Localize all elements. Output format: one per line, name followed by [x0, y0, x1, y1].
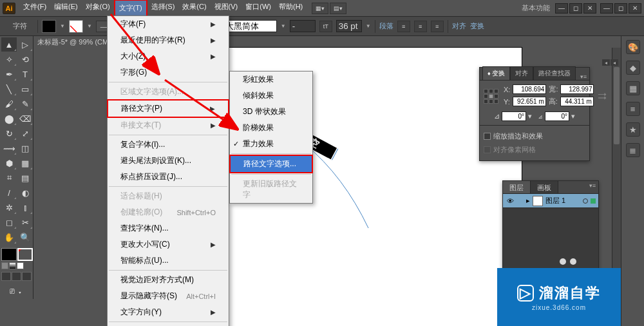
visibility-icon[interactable]: 👁 [506, 197, 515, 205]
tool-type[interactable]: T [17, 67, 33, 81]
workspace-label[interactable]: 基本功能 [522, 3, 555, 13]
tool-mesh[interactable]: ⌗ [1, 171, 17, 185]
menu-item[interactable]: 复合字体(I)... [108, 137, 229, 153]
align-right-icon[interactable]: ≡ [431, 21, 444, 32]
tool-paintbrush[interactable]: 🖌 [1, 97, 17, 111]
layer-name[interactable]: 图层 1 [545, 196, 565, 206]
transform-panel-link[interactable]: 变换 [470, 21, 484, 31]
menu-item[interactable]: 查找字体(N)... [108, 220, 229, 236]
menu-item[interactable]: 字形(G) [108, 64, 229, 81]
symbols-icon[interactable]: ★ [626, 122, 640, 137]
tool-gradient[interactable]: ▤ [17, 171, 33, 185]
submenu-item[interactable]: 3D 带状效果 [230, 104, 312, 120]
menu-view[interactable]: 视图(V) [211, 0, 242, 17]
submenu-item[interactable]: 重力效果 [230, 136, 312, 152]
menu-item[interactable]: 视觉边距对齐方式(M) [108, 272, 229, 288]
draw-normal-icon[interactable] [1, 272, 11, 281]
y-input[interactable] [513, 97, 546, 106]
menu-type[interactable]: 文字(T) [114, 0, 147, 17]
scrollbar-thumb[interactable] [614, 67, 620, 144]
tool-shape-builder[interactable]: ⬢ [1, 156, 17, 170]
tool-selection[interactable]: ▲ [1, 37, 17, 52]
menu-select[interactable]: 选择(S) [147, 0, 179, 17]
tab-layers[interactable]: 图层 [503, 181, 531, 193]
color-panel-icon[interactable]: 🎨 [626, 40, 640, 54]
tool-magic-wand[interactable]: ✧ [1, 52, 17, 66]
stroke-color[interactable] [17, 248, 33, 261]
tool-lasso[interactable]: ⟲ [17, 52, 33, 66]
color-mode-icon[interactable] [1, 262, 8, 269]
layer-row[interactable]: 👁 ▸ 图层 1 [503, 194, 598, 208]
minimize-button[interactable]: — [600, 3, 613, 14]
inner-close-button[interactable]: ✕ [583, 3, 596, 14]
draw-behind-icon[interactable] [12, 272, 21, 281]
h-input[interactable] [560, 97, 594, 106]
brushes-icon[interactable]: ≡ [626, 102, 640, 116]
tool-blob[interactable]: ⬤ [1, 111, 17, 126]
rotate-input[interactable] [502, 111, 526, 121]
menu-effect[interactable]: 效果(C) [178, 0, 210, 17]
tool-scale[interactable]: ⤢ [17, 126, 33, 140]
tool-eyedropper[interactable]: / [1, 186, 17, 200]
tool-artboard[interactable]: ◻ [1, 215, 17, 229]
tool-line[interactable]: ╲ [1, 82, 17, 96]
paragraph-panel-link[interactable]: 段落 [379, 21, 393, 31]
tool-rotate[interactable]: ↻ [1, 126, 17, 140]
tool-free-transform[interactable]: ◫ [17, 141, 33, 155]
target-icon[interactable] [583, 198, 588, 204]
tool-eraser[interactable]: ⌫ [17, 111, 33, 126]
fill-swatch[interactable] [42, 20, 56, 33]
menu-item[interactable]: 智能标点(U)... [108, 253, 229, 269]
tab-transform[interactable]: ♦ 变换 [482, 66, 510, 80]
gradient-mode-icon[interactable] [9, 262, 16, 269]
menu-edit[interactable]: 编辑(E) [50, 0, 82, 17]
color-guide-icon[interactable]: ◆ [626, 61, 640, 75]
tab-artboards[interactable]: 画板 [531, 181, 558, 193]
menu-item[interactable]: 路径文字(P)▶ [107, 99, 229, 118]
align-left-icon[interactable]: ≡ [397, 21, 410, 32]
menu-item[interactable]: 标点挤压设置(J)... [108, 169, 229, 185]
fill-dropdown-icon[interactable]: ▼ [60, 23, 65, 29]
scale-stroke-checkbox[interactable] [484, 133, 491, 140]
shear-input[interactable] [545, 111, 569, 121]
w-input[interactable] [560, 84, 594, 94]
font-dropdown-icon[interactable]: ▼ [281, 23, 286, 29]
menu-window[interactable]: 窗口(W) [242, 0, 275, 17]
menu-item[interactable]: 大小(Z)▶ [108, 48, 229, 64]
menu-item[interactable]: 文字方向(Y)▶ [108, 304, 229, 320]
tool-zoom[interactable]: 🔍 [17, 230, 33, 244]
align-panel-link[interactable]: 对齐 [452, 21, 466, 31]
font-style-input[interactable] [290, 20, 316, 32]
fill-color[interactable] [1, 248, 17, 261]
swatches-icon[interactable]: ▦ [626, 81, 640, 95]
menu-item[interactable]: 避头尾法则设置(K)... [108, 153, 229, 169]
menu-item[interactable]: 更改大小写(C)▶ [108, 236, 229, 253]
layout-icon[interactable]: ▦▾ [312, 3, 328, 14]
menu-file[interactable]: 文件(F) [19, 0, 50, 17]
x-input[interactable] [513, 84, 546, 94]
reference-point[interactable] [484, 89, 498, 104]
font-size-input[interactable] [336, 20, 362, 32]
stroke-dropdown-icon[interactable]: ▼ [87, 23, 92, 29]
tool-perspective[interactable]: ▦ [17, 156, 33, 170]
tool-width[interactable]: ⟿ [1, 141, 17, 155]
screen-mode-button[interactable]: ⎚ ▾ [1, 283, 31, 298]
submenu-item[interactable]: 路径文字选项... [229, 155, 313, 173]
inner-maximize-button[interactable]: ◻ [569, 3, 582, 14]
draw-inside-icon[interactable] [22, 272, 32, 281]
link-wh-icon[interactable]: ⮆ [598, 91, 607, 102]
close-button[interactable]: ✕ [629, 3, 641, 14]
submenu-item[interactable]: 彩虹效果 [230, 72, 312, 88]
menu-item[interactable]: 字体(F)▶ [108, 16, 229, 32]
tool-pen[interactable]: ✒ [1, 67, 17, 81]
inner-minimize-button[interactable]: — [555, 3, 568, 14]
stroke-panel-icon[interactable]: ≣ [626, 143, 640, 157]
tool-graph[interactable]: ⫿ [17, 200, 33, 215]
menu-item[interactable]: 显示隐藏字符(S)Alt+Ctrl+I [108, 288, 229, 304]
tool-direct-selection[interactable]: ▷ [17, 37, 33, 52]
tab-align[interactable]: 对齐 [510, 66, 533, 80]
menu-object[interactable]: 对象(O) [82, 0, 114, 17]
font-size-dropdown-icon[interactable]: ▼ [366, 23, 371, 29]
submenu-item[interactable]: 倾斜效果 [230, 88, 312, 104]
tool-hand[interactable]: ✋ [1, 230, 17, 244]
